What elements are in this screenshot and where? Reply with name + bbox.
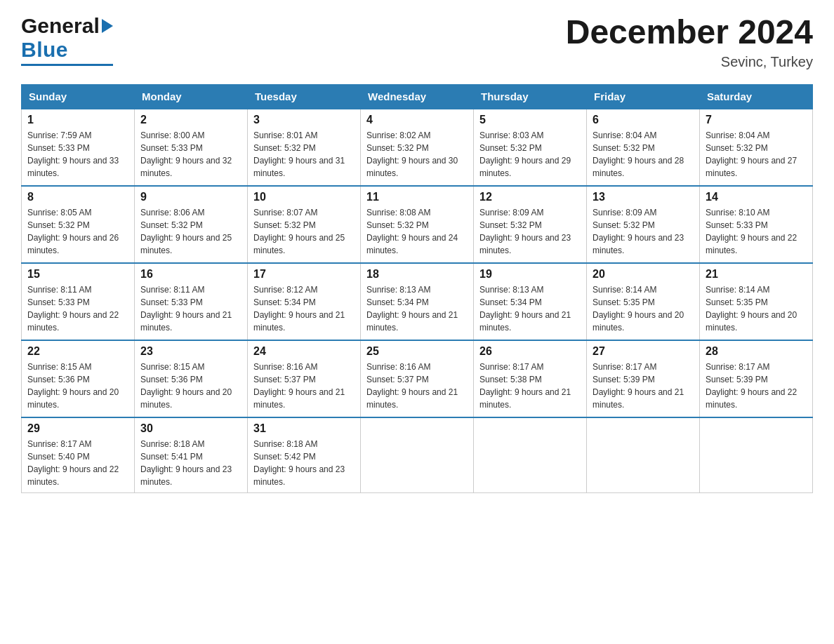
day-info: Sunrise: 8:04 AMSunset: 5:32 PMDaylight:… — [593, 129, 694, 180]
day-info: Sunrise: 8:08 AMSunset: 5:32 PMDaylight:… — [366, 206, 468, 257]
day-info: Sunrise: 8:14 AMSunset: 5:35 PMDaylight:… — [593, 283, 694, 334]
day-info: Sunrise: 8:11 AMSunset: 5:33 PMDaylight:… — [140, 283, 241, 334]
calendar-day-16: 16Sunrise: 8:11 AMSunset: 5:33 PMDayligh… — [135, 263, 248, 340]
calendar-day-1: 1Sunrise: 7:59 AMSunset: 5:33 PMDaylight… — [22, 109, 135, 186]
calendar-day-27: 27Sunrise: 8:17 AMSunset: 5:39 PMDayligh… — [587, 340, 700, 417]
calendar-day-18: 18Sunrise: 8:13 AMSunset: 5:34 PMDayligh… — [361, 263, 474, 340]
day-info: Sunrise: 8:17 AMSunset: 5:40 PMDaylight:… — [27, 438, 128, 488]
day-info: Sunrise: 7:59 AMSunset: 5:33 PMDaylight:… — [27, 129, 128, 180]
logo-blue-text: Blue — [21, 38, 68, 62]
day-number: 14 — [706, 191, 807, 203]
day-number: 12 — [479, 191, 581, 203]
day-info: Sunrise: 8:11 AMSunset: 5:33 PMDaylight:… — [27, 283, 128, 334]
calendar-day-8: 8Sunrise: 8:05 AMSunset: 5:32 PMDaylight… — [22, 186, 135, 263]
day-info: Sunrise: 8:09 AMSunset: 5:32 PMDaylight:… — [593, 206, 694, 257]
day-info: Sunrise: 8:18 AMSunset: 5:41 PMDaylight:… — [140, 438, 241, 488]
day-number: 9 — [140, 191, 241, 203]
day-info: Sunrise: 8:17 AMSunset: 5:39 PMDaylight:… — [593, 361, 694, 411]
day-number: 2 — [140, 114, 241, 126]
empty-cell — [474, 417, 587, 493]
day-info: Sunrise: 8:14 AMSunset: 5:35 PMDaylight:… — [706, 283, 807, 334]
page-header: General Blue December 2024 Sevinc, Turke… — [21, 14, 813, 70]
day-number: 20 — [593, 268, 694, 281]
calendar-day-12: 12Sunrise: 8:09 AMSunset: 5:32 PMDayligh… — [474, 186, 587, 263]
day-number: 25 — [366, 345, 468, 358]
calendar-day-31: 31Sunrise: 8:18 AMSunset: 5:42 PMDayligh… — [248, 417, 361, 493]
day-number: 7 — [706, 114, 807, 126]
calendar-day-3: 3Sunrise: 8:01 AMSunset: 5:32 PMDaylight… — [248, 109, 361, 186]
col-header-saturday: Saturday — [700, 84, 813, 109]
calendar-day-29: 29Sunrise: 8:17 AMSunset: 5:40 PMDayligh… — [22, 417, 135, 493]
logo-general-text: General — [21, 14, 100, 38]
day-info: Sunrise: 8:06 AMSunset: 5:32 PMDaylight:… — [140, 206, 241, 257]
calendar-day-28: 28Sunrise: 8:17 AMSunset: 5:39 PMDayligh… — [700, 340, 813, 417]
header-right: December 2024 Sevinc, Turkey — [566, 14, 813, 70]
day-number: 13 — [593, 191, 694, 203]
calendar-day-15: 15Sunrise: 8:11 AMSunset: 5:33 PMDayligh… — [22, 263, 135, 340]
day-info: Sunrise: 8:17 AMSunset: 5:38 PMDaylight:… — [479, 361, 581, 411]
calendar-day-9: 9Sunrise: 8:06 AMSunset: 5:32 PMDaylight… — [135, 186, 248, 263]
day-number: 24 — [253, 345, 355, 358]
day-info: Sunrise: 8:13 AMSunset: 5:34 PMDaylight:… — [366, 283, 468, 334]
day-number: 5 — [479, 114, 581, 126]
day-number: 3 — [253, 114, 355, 126]
day-number: 19 — [479, 268, 581, 281]
calendar-day-14: 14Sunrise: 8:10 AMSunset: 5:33 PMDayligh… — [700, 186, 813, 263]
day-info: Sunrise: 8:16 AMSunset: 5:37 PMDaylight:… — [366, 361, 468, 411]
day-number: 1 — [27, 114, 128, 126]
calendar-day-26: 26Sunrise: 8:17 AMSunset: 5:38 PMDayligh… — [474, 340, 587, 417]
day-number: 22 — [27, 345, 128, 358]
day-info: Sunrise: 8:12 AMSunset: 5:34 PMDaylight:… — [253, 283, 355, 334]
day-number: 6 — [593, 114, 694, 126]
col-header-friday: Friday — [587, 84, 700, 109]
day-number: 29 — [27, 422, 128, 435]
day-info: Sunrise: 8:03 AMSunset: 5:32 PMDaylight:… — [479, 129, 581, 180]
day-number: 27 — [593, 345, 694, 358]
col-header-tuesday: Tuesday — [248, 84, 361, 109]
day-number: 23 — [140, 345, 241, 358]
day-info: Sunrise: 8:09 AMSunset: 5:32 PMDaylight:… — [479, 206, 581, 257]
day-number: 10 — [253, 191, 355, 203]
month-title: December 2024 — [566, 14, 813, 51]
calendar-day-4: 4Sunrise: 8:02 AMSunset: 5:32 PMDaylight… — [361, 109, 474, 186]
logo-arrow-icon — [102, 19, 113, 33]
day-info: Sunrise: 8:05 AMSunset: 5:32 PMDaylight:… — [27, 206, 128, 257]
col-header-monday: Monday — [135, 84, 248, 109]
day-info: Sunrise: 8:00 AMSunset: 5:33 PMDaylight:… — [140, 129, 241, 180]
day-number: 8 — [27, 191, 128, 203]
day-info: Sunrise: 8:02 AMSunset: 5:32 PMDaylight:… — [366, 129, 468, 180]
day-number: 28 — [706, 345, 807, 358]
day-info: Sunrise: 8:18 AMSunset: 5:42 PMDaylight:… — [253, 438, 355, 488]
day-number: 16 — [140, 268, 241, 281]
day-info: Sunrise: 8:15 AMSunset: 5:36 PMDaylight:… — [27, 361, 128, 411]
day-info: Sunrise: 8:17 AMSunset: 5:39 PMDaylight:… — [706, 361, 807, 411]
calendar-day-21: 21Sunrise: 8:14 AMSunset: 5:35 PMDayligh… — [700, 263, 813, 340]
day-number: 21 — [706, 268, 807, 281]
day-info: Sunrise: 8:04 AMSunset: 5:32 PMDaylight:… — [706, 129, 807, 180]
col-header-wednesday: Wednesday — [361, 84, 474, 109]
calendar-day-11: 11Sunrise: 8:08 AMSunset: 5:32 PMDayligh… — [361, 186, 474, 263]
day-info: Sunrise: 8:13 AMSunset: 5:34 PMDaylight:… — [479, 283, 581, 334]
calendar-day-2: 2Sunrise: 8:00 AMSunset: 5:33 PMDaylight… — [135, 109, 248, 186]
calendar-table: SundayMondayTuesdayWednesdayThursdayFrid… — [21, 84, 813, 493]
day-number: 11 — [366, 191, 468, 203]
calendar-day-10: 10Sunrise: 8:07 AMSunset: 5:32 PMDayligh… — [248, 186, 361, 263]
day-number: 18 — [366, 268, 468, 281]
day-info: Sunrise: 8:16 AMSunset: 5:37 PMDaylight:… — [253, 361, 355, 411]
day-number: 31 — [253, 422, 355, 435]
logo-underline — [21, 64, 113, 66]
empty-cell — [700, 417, 813, 493]
calendar-day-7: 7Sunrise: 8:04 AMSunset: 5:32 PMDaylight… — [700, 109, 813, 186]
calendar-day-13: 13Sunrise: 8:09 AMSunset: 5:32 PMDayligh… — [587, 186, 700, 263]
day-info: Sunrise: 8:01 AMSunset: 5:32 PMDaylight:… — [253, 129, 355, 180]
calendar-day-6: 6Sunrise: 8:04 AMSunset: 5:32 PMDaylight… — [587, 109, 700, 186]
empty-cell — [361, 417, 474, 493]
calendar-day-25: 25Sunrise: 8:16 AMSunset: 5:37 PMDayligh… — [361, 340, 474, 417]
location-text: Sevinc, Turkey — [566, 54, 813, 70]
day-number: 30 — [140, 422, 241, 435]
calendar-day-23: 23Sunrise: 8:15 AMSunset: 5:36 PMDayligh… — [135, 340, 248, 417]
day-number: 17 — [253, 268, 355, 281]
calendar-day-30: 30Sunrise: 8:18 AMSunset: 5:41 PMDayligh… — [135, 417, 248, 493]
empty-cell — [587, 417, 700, 493]
calendar-day-20: 20Sunrise: 8:14 AMSunset: 5:35 PMDayligh… — [587, 263, 700, 340]
